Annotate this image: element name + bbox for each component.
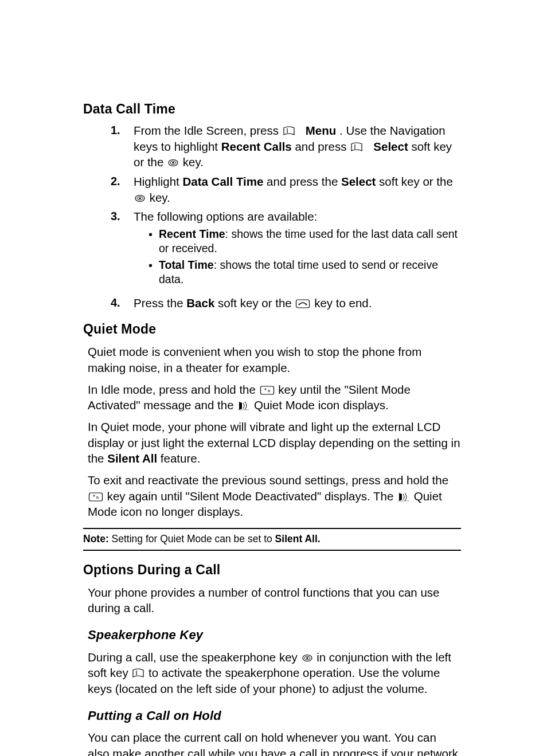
note-box: Note: Setting for Quiet Mode can be set … [83, 528, 461, 551]
star-key-icon: *a [260, 383, 275, 394]
text: To exit and reactivate the previous soun… [88, 473, 448, 487]
text: feature. [161, 452, 201, 465]
text-recent-calls: Recent Calls [221, 140, 292, 153]
heading-quiet-mode: Quiet Mode [83, 320, 461, 338]
list-item: 2. Highlight Data Call Time and press th… [111, 174, 461, 209]
paragraph: In Idle mode, press and hold the *a key … [88, 382, 461, 413]
bullet-list: Recent Time: shows the time used for the… [134, 227, 461, 288]
text-recent-time: Recent Time [159, 228, 225, 240]
svg-point-21 [306, 657, 308, 658]
text: Quiet Mode icon displays. [254, 398, 389, 412]
note-text: Setting for Quiet Mode can be set to [112, 533, 275, 545]
svg-point-7 [139, 198, 141, 199]
text: key. [183, 155, 204, 169]
text-silent-all: Silent All [107, 452, 157, 465]
text: and press the [267, 175, 341, 188]
heading-data-call-time: Data Call Time [83, 100, 461, 118]
document-page: Data Call Time 1. From the Idle Screen, … [0, 0, 547, 756]
svg-rect-11 [260, 386, 274, 394]
text: key again until "Silent Mode Deactivated… [107, 489, 397, 503]
round-key-icon [134, 191, 146, 200]
text [299, 124, 302, 137]
text: During a call, use the speakerphone key [88, 651, 301, 664]
list-item: 1. From the Idle Screen, press Menu . Us… [111, 123, 461, 174]
vibrate-icon [237, 398, 250, 408]
list-item: 4. Press the Back soft key or the key to… [111, 295, 461, 315]
text-menu: Menu [306, 124, 337, 137]
list-number: 1. [111, 123, 120, 138]
text [367, 140, 370, 153]
text: Press the [134, 296, 186, 310]
text: key to end. [314, 296, 372, 310]
star-key-icon: *a [88, 490, 103, 500]
softkey-left-icon [283, 124, 295, 135]
svg-rect-15 [89, 493, 103, 501]
bullet-item: Recent Time: shows the time used for the… [149, 227, 461, 258]
text-data-call-time: Data Call Time [182, 175, 263, 188]
text: From the Idle Screen, press [134, 124, 282, 137]
round-key-icon [167, 155, 179, 164]
text-select: Select [373, 140, 408, 153]
end-key-icon [295, 297, 310, 307]
list-number: 4. [111, 295, 120, 311]
svg-text:a: a [96, 495, 99, 499]
svg-point-9 [299, 304, 300, 305]
ordered-list-data-call-time: 1. From the Idle Screen, press Menu . Us… [83, 123, 461, 315]
list-number: 2. [111, 174, 120, 189]
heading-putting-call-on-hold: Putting a Call on Hold [88, 707, 461, 724]
svg-rect-8 [296, 300, 310, 308]
paragraph: You can place the current call on hold w… [88, 730, 461, 756]
paragraph: Quiet mode is convenient when you wish t… [88, 344, 461, 375]
text: key. [150, 191, 170, 204]
list-number: 3. [111, 209, 120, 224]
list-item: 3. The following options are available: … [111, 209, 461, 295]
text: Highlight [134, 175, 182, 188]
svg-text:*: * [93, 494, 95, 500]
text-select: Select [341, 175, 376, 188]
paragraph: In Quiet mode, your phone will vibrate a… [88, 419, 461, 467]
vibrate-icon [397, 489, 410, 499]
text: soft key or the [218, 296, 295, 310]
text-total-time: Total Time [159, 258, 214, 271]
paragraph: To exit and reactivate the previous soun… [88, 472, 461, 520]
svg-text:*: * [264, 387, 267, 394]
softkey-left-icon [132, 667, 144, 677]
round-key-icon [302, 651, 313, 660]
svg-point-4 [172, 162, 174, 163]
softkey-left-icon [350, 140, 363, 151]
text: and press [295, 140, 350, 153]
note-label: Note: [83, 533, 112, 545]
heading-options-during-call: Options During a Call [83, 561, 461, 579]
text-back: Back [186, 296, 214, 310]
paragraph: Your phone provides a number of control … [88, 585, 461, 616]
paragraph: During a call, use the speakerphone key … [88, 649, 461, 697]
bullet-item: Total Time: shows the total time used to… [149, 258, 461, 289]
svg-text:a: a [268, 389, 270, 393]
text: In Idle mode, press and hold the [88, 383, 259, 396]
heading-speakerphone-key: Speakerphone Key [88, 626, 461, 644]
text: soft key or the [379, 175, 453, 188]
note-silent-all: Silent All. [275, 533, 321, 545]
svg-point-10 [306, 304, 307, 305]
text: The following options are available: [134, 210, 317, 223]
